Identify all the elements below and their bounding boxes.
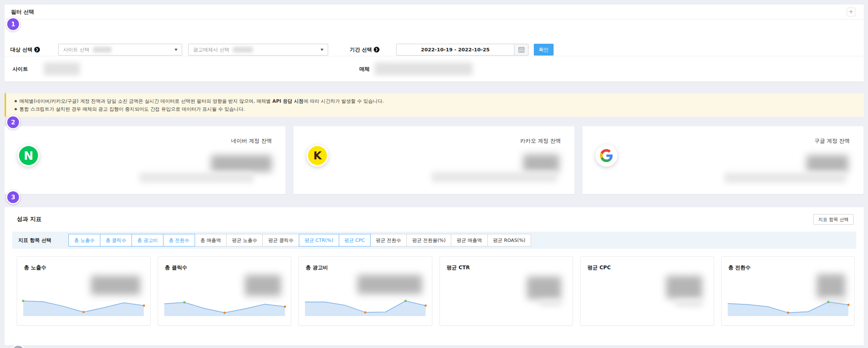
ad-media-select-placeholder: 광고매체사 선택 bbox=[193, 46, 229, 53]
metric-card-avg-cpc: 평균 CPC bbox=[580, 256, 714, 326]
performance-panel: 성과 지표 지표 항목 선택 지표 항목 선택 총 노출수총 클릭수총 광고비총… bbox=[5, 207, 864, 345]
site-select-placeholder: 사이트 선택 bbox=[63, 46, 89, 53]
step-1-badge: 1 bbox=[6, 17, 20, 31]
redacted-balance-amount bbox=[523, 154, 559, 172]
metric-chips-label: 지표 항목 선택 bbox=[18, 237, 68, 244]
redacted-metric-value bbox=[91, 276, 140, 295]
redacted-balance-amount bbox=[211, 155, 272, 172]
redacted-balance-detail bbox=[724, 173, 846, 183]
sparkline-chart bbox=[305, 295, 426, 317]
site-label: 사이트 bbox=[13, 56, 28, 81]
metric-card-impressions: 총 노출수 bbox=[17, 256, 151, 326]
metric-chip-3[interactable]: 총 전환수 bbox=[163, 234, 195, 246]
bullet-icon: ● bbox=[14, 107, 17, 111]
filter-panel: 필터 선택 + 대상 선택 ❯ 사이트 선택 광고매체사 선택 기간 선택 ❯ bbox=[5, 5, 864, 81]
metric-card-avg-ctr: 평균 CTR bbox=[440, 256, 573, 326]
redacted-metric-value bbox=[357, 275, 422, 294]
site-select-dropdown[interactable]: 사이트 선택 bbox=[58, 44, 182, 56]
notice-banner: ●매체별(네이버/카카오/구글) 계정 잔액과 당일 소진 금액은 실시간 데이… bbox=[5, 93, 864, 117]
chevron-down-icon bbox=[175, 49, 178, 51]
kakao-balance-card: K 카카오 계정 잔액 bbox=[294, 126, 574, 194]
redacted-metric-detail bbox=[676, 300, 702, 307]
confirm-button[interactable]: 확인 bbox=[534, 44, 554, 56]
performance-title: 성과 지표 bbox=[17, 216, 41, 223]
metric-card-row: 총 노출수 총 클릭수 총 광고비 평균 CTR 평균 CPC bbox=[17, 256, 855, 326]
filter-panel-title: 필터 선택 bbox=[11, 9, 34, 16]
redacted-balance-amount bbox=[806, 155, 848, 172]
redacted-media-value bbox=[233, 47, 253, 52]
metric-chip-5[interactable]: 평균 노출수 bbox=[226, 234, 263, 246]
google-logo bbox=[595, 145, 617, 167]
chevron-down-icon bbox=[321, 49, 324, 51]
metric-chip-group: 총 노출수총 클릭수총 광고비총 전환수총 매출액평균 노출수평균 클릭수평균 … bbox=[69, 234, 531, 246]
metric-chip-4[interactable]: 총 매출액 bbox=[195, 234, 227, 246]
metric-chip-11[interactable]: 평균 매출액 bbox=[451, 234, 487, 246]
redacted-media-names bbox=[374, 62, 473, 75]
metric-chip-9[interactable]: 평균 전환수 bbox=[370, 234, 407, 246]
sparkline-chart bbox=[23, 295, 144, 317]
google-balance-title: 구글 계정 잔액 bbox=[814, 138, 850, 145]
metric-chip-0[interactable]: 총 노출수 bbox=[68, 234, 100, 246]
calendar-icon bbox=[518, 46, 525, 53]
date-range-input[interactable]: 2022-10-19 - 2022-10-25 bbox=[396, 44, 514, 56]
sparkline-chart bbox=[728, 295, 849, 317]
filter-panel-header: 필터 선택 + bbox=[5, 5, 864, 19]
redacted-site-name bbox=[44, 62, 80, 75]
naver-logo: N bbox=[17, 145, 40, 167]
metric-card-ad-spend: 총 광고비 bbox=[298, 256, 432, 326]
step-2-badge: 2 bbox=[6, 115, 20, 129]
redacted-metric-value bbox=[245, 275, 281, 296]
metric-chip-strip: 지표 항목 선택 총 노출수총 클릭수총 광고비총 전환수총 매출액평균 노출수… bbox=[12, 232, 856, 249]
naver-balance-card: N 네이버 계정 잔액 bbox=[5, 126, 286, 194]
google-g-icon bbox=[600, 149, 613, 162]
metric-chip-6[interactable]: 평균 클릭수 bbox=[262, 234, 299, 246]
step-3-badge: 3 bbox=[6, 190, 20, 204]
metric-chip-2[interactable]: 총 광고비 bbox=[132, 234, 163, 246]
sparkline-chart bbox=[164, 295, 285, 317]
chevron-circle-icon: ❯ bbox=[374, 47, 379, 52]
period-select-label: 기간 선택 ❯ bbox=[350, 44, 379, 56]
kakao-logo: K bbox=[306, 145, 328, 167]
redacted-site-value bbox=[93, 47, 111, 52]
kakao-balance-title: 카카오 계정 잔액 bbox=[520, 138, 561, 145]
chevron-circle-icon: ❯ bbox=[34, 47, 40, 52]
metric-chip-10[interactable]: 평균 전환율(%) bbox=[406, 234, 451, 246]
filter-row-selects: 대상 선택 ❯ 사이트 선택 광고매체사 선택 기간 선택 ❯ 2022-10-… bbox=[5, 19, 864, 56]
metric-chip-1[interactable]: 총 클릭수 bbox=[100, 234, 132, 246]
bullet-icon: ● bbox=[14, 99, 17, 103]
naver-balance-title: 네이버 계정 잔액 bbox=[231, 138, 272, 145]
calendar-button[interactable] bbox=[514, 44, 528, 56]
media-label: 매체 bbox=[359, 56, 370, 81]
notice-line-1: ●매체별(네이버/카카오/구글) 계정 잔액과 당일 소진 금액은 실시간 데이… bbox=[14, 97, 864, 105]
google-balance-card: 구글 계정 잔액 bbox=[582, 126, 863, 194]
filter-row-selected: 사이트 매체 bbox=[5, 56, 864, 81]
redacted-balance-detail bbox=[432, 172, 557, 182]
metric-chip-7[interactable]: 평균 CTR(%) bbox=[299, 234, 339, 246]
metric-card-clicks: 총 클릭수 bbox=[158, 256, 292, 326]
redacted-metric-value bbox=[666, 276, 702, 299]
redacted-balance-detail bbox=[140, 173, 254, 183]
expand-plus-button[interactable]: + bbox=[847, 8, 855, 16]
redacted-metric-value bbox=[527, 276, 561, 299]
ad-media-select-dropdown[interactable]: 광고매체사 선택 bbox=[188, 44, 328, 56]
metric-select-button[interactable]: 지표 항목 선택 bbox=[813, 214, 854, 225]
redacted-metric-value bbox=[817, 274, 845, 298]
metric-card-conversions: 총 전환수 bbox=[721, 256, 855, 326]
metric-chip-12[interactable]: 평균 ROAS(%) bbox=[487, 234, 531, 246]
metric-chip-8[interactable]: 평균 CPC bbox=[339, 234, 371, 246]
redacted-metric-detail bbox=[539, 300, 561, 306]
notice-line-2: ●통합 스크립트가 설치된 경우 매체의 광고 집행이 중지되어도 간접 유입으… bbox=[14, 105, 864, 113]
target-select-label: 대상 선택 ❯ bbox=[10, 44, 40, 56]
dashboard-page: 1 2 3 필터 선택 + 대상 선택 ❯ 사이트 선택 광고매체사 선택 bbox=[0, 0, 868, 348]
